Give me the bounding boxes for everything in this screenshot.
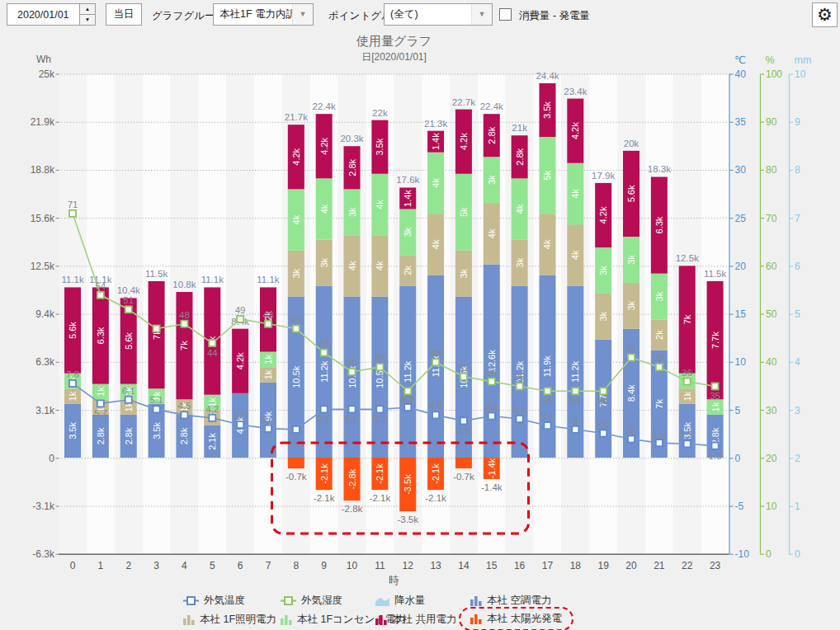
svg-text:6: 6: [795, 261, 800, 272]
svg-text:5.6k: 5.6k: [124, 332, 134, 350]
svg-text:10: 10: [735, 356, 747, 368]
svg-text:4.2: 4.2: [205, 404, 219, 414]
svg-text:22.4k: 22.4k: [480, 101, 503, 111]
svg-text:4k: 4k: [487, 228, 497, 238]
svg-text:3k: 3k: [515, 257, 525, 267]
svg-text:4k: 4k: [347, 261, 357, 270]
svg-text:20: 20: [625, 560, 637, 571]
legend-item-hq-solar-generation[interactable]: 本社 太陽光発電: [459, 607, 573, 630]
svg-text:10.8k: 10.8k: [172, 280, 196, 289]
legend-label-outdoor-humidity: 外気湿度: [301, 594, 342, 608]
svg-text:8.4k: 8.4k: [626, 384, 636, 402]
svg-text:3.5k: 3.5k: [375, 138, 385, 155]
svg-text:3k: 3k: [654, 291, 664, 301]
svg-text:7: 7: [266, 560, 271, 571]
svg-text:4.2k: 4.2k: [291, 148, 301, 165]
svg-text:36: 36: [682, 368, 692, 378]
outdoor-temp-marker: [628, 435, 635, 442]
svg-text:30: 30: [766, 405, 777, 416]
svg-text:1k: 1k: [682, 391, 692, 401]
svg-text:17.6k: 17.6k: [396, 175, 419, 185]
svg-text:5k: 5k: [542, 170, 552, 180]
svg-text:1k: 1k: [263, 355, 273, 364]
svg-text:5: 5: [735, 405, 741, 416]
outdoor-temp-marker: [209, 415, 215, 421]
axis-rain: mm109876543210: [790, 54, 812, 560]
svg-text:Wh: Wh: [36, 54, 51, 65]
svg-text:-10: -10: [735, 548, 750, 560]
svg-text:90: 90: [766, 116, 777, 128]
outdoor-humidity-marker: [656, 364, 663, 370]
svg-text:1k: 1k: [68, 391, 78, 401]
outdoor-humidity-marker: [488, 378, 495, 385]
svg-text:10: 10: [766, 501, 777, 512]
svg-text:48: 48: [263, 310, 274, 320]
svg-text:3: 3: [294, 435, 299, 444]
svg-text:12: 12: [403, 560, 414, 571]
legend-item-hq-aircon-power[interactable]: 本社 空調電力: [470, 594, 551, 608]
svg-text:23.4k: 23.4k: [564, 87, 587, 96]
outdoor-temp-marker: [125, 397, 132, 403]
svg-text:3.9: 3.9: [457, 425, 470, 435]
svg-text:35: 35: [514, 372, 525, 382]
outdoor-temp-marker: [432, 411, 439, 418]
svg-text:2.8k: 2.8k: [487, 126, 497, 143]
hq-1f-lighting-power-icon: [183, 614, 195, 625]
svg-text:4k: 4k: [515, 204, 525, 214]
svg-text:40: 40: [735, 68, 747, 80]
svg-text:4k: 4k: [291, 214, 301, 224]
svg-text:3k: 3k: [626, 300, 636, 310]
svg-text:11.5k: 11.5k: [145, 269, 168, 279]
svg-text:21.3k: 21.3k: [424, 119, 447, 129]
legend-item-outdoor-temp[interactable]: 外気温度: [183, 594, 245, 608]
svg-text:1.6: 1.6: [653, 429, 666, 439]
svg-text:1.3: 1.3: [709, 451, 722, 461]
svg-text:4k: 4k: [319, 204, 329, 214]
hq-aircon-power-icon: [470, 595, 482, 606]
svg-text:3k: 3k: [598, 312, 608, 322]
svg-text:11.1k: 11.1k: [257, 275, 280, 284]
outdoor-humidity-marker: [181, 321, 187, 327]
legend-item-rainfall[interactable]: 降水量: [375, 594, 426, 608]
outdoor-temp-marker: [237, 421, 243, 428]
svg-text:1: 1: [98, 560, 104, 571]
svg-text:2k: 2k: [654, 330, 664, 340]
outdoor-humidity-marker: [460, 374, 467, 380]
svg-text:-5: -5: [735, 501, 744, 512]
legend-item-hq-1f-lighting-power[interactable]: 本社 1F照明電力: [183, 613, 276, 627]
svg-text:60: 60: [766, 261, 777, 272]
outdoor-humidity-marker: [712, 383, 719, 389]
svg-text:50: 50: [766, 308, 777, 320]
outdoor-humidity-marker: [97, 292, 104, 299]
svg-text:17: 17: [542, 560, 554, 571]
svg-text:11.1k: 11.1k: [201, 275, 224, 284]
svg-text:10.4k: 10.4k: [117, 285, 140, 295]
svg-text:-1.4k: -1.4k: [481, 482, 503, 492]
svg-text:4k: 4k: [570, 189, 580, 199]
svg-text:mm: mm: [795, 54, 812, 66]
svg-text:3: 3: [795, 405, 800, 416]
svg-text:11.5k: 11.5k: [704, 269, 727, 279]
outdoor-temp-marker: [544, 422, 550, 429]
svg-text:3.5: 3.5: [234, 411, 247, 421]
svg-text:3k: 3k: [487, 175, 497, 185]
legend-label-hq-common-power: 本社 共用電力: [392, 613, 456, 627]
svg-text:-0.7k: -0.7k: [453, 472, 474, 482]
svg-text:1.5: 1.5: [681, 430, 694, 440]
svg-text:2.8k: 2.8k: [124, 427, 134, 444]
svg-text:34: 34: [542, 396, 553, 406]
svg-text:11: 11: [375, 560, 385, 571]
svg-text:5.1: 5.1: [373, 414, 386, 424]
legend-item-hq-common-power[interactable]: 本社 共用電力: [375, 613, 456, 627]
svg-text:6.3k: 6.3k: [35, 356, 55, 368]
outdoor-humidity-marker: [349, 369, 356, 375]
usage-chart: 3.5k1k1k5.6k11.1k2.8k1k1k6.3k11.1k2.8k1k…: [0, 0, 840, 630]
legend-item-outdoor-humidity[interactable]: 外気湿度: [281, 594, 342, 608]
svg-text:6.3k: 6.3k: [96, 327, 106, 344]
svg-text:40: 40: [431, 348, 441, 358]
svg-text:8: 8: [795, 164, 800, 176]
svg-text:℃: ℃: [734, 54, 746, 66]
outdoor-humidity-marker: [125, 306, 132, 313]
svg-text:4: 4: [795, 356, 800, 368]
svg-text:3k: 3k: [291, 268, 301, 278]
